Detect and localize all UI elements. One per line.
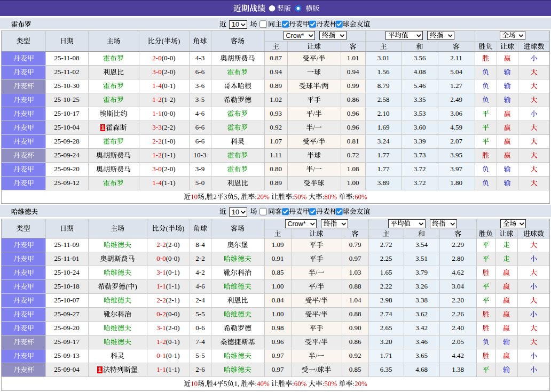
svg-text:0.97: 0.97	[272, 365, 284, 373]
svg-text:1.01: 1.01	[347, 54, 359, 62]
svg-text:3.01: 3.01	[377, 54, 390, 62]
svg-text:25-09-17: 25-09-17	[54, 338, 80, 346]
svg-text:3-0(2-0): 3-0(2-0)	[152, 165, 175, 173]
svg-text:4-6: 4-6	[195, 282, 205, 290]
svg-text:1-1(0-0): 1-1(0-0)	[152, 109, 175, 117]
svg-text:1.38: 1.38	[452, 365, 464, 373]
svg-text:2.29: 2.29	[452, 241, 464, 249]
svg-text:6.35: 6.35	[380, 365, 392, 373]
svg-text:2.49: 2.49	[450, 95, 462, 103]
svg-text:3.89: 3.89	[377, 179, 390, 187]
svg-text:0.92: 0.92	[349, 351, 361, 359]
svg-text:2.80: 2.80	[452, 254, 464, 262]
svg-text:3.26: 3.26	[415, 282, 428, 290]
svg-text:1.11: 1.11	[270, 151, 281, 159]
svg-text:25-10-30: 25-10-30	[54, 82, 80, 90]
svg-text:5-5: 5-5	[195, 310, 204, 318]
svg-text:1.09: 1.09	[272, 241, 284, 249]
svg-text:10-3: 10-3	[194, 151, 207, 159]
svg-text:1.80: 1.80	[450, 179, 462, 187]
svg-text:25-09-12: 25-09-12	[54, 179, 80, 187]
svg-text:25-10-18: 25-10-18	[54, 282, 80, 290]
svg-text:0-0(0-0): 0-0(0-0)	[156, 254, 179, 262]
svg-text:1-2(0-1): 1-2(0-1)	[156, 338, 179, 346]
svg-text:3.35: 3.35	[414, 95, 426, 103]
svg-text:3-3(2-2): 3-3(2-2)	[152, 123, 175, 131]
svg-text:1-4(1-1): 1-4(1-1)	[152, 179, 175, 187]
svg-text:3.39: 3.39	[414, 137, 426, 145]
svg-text:1.07: 1.07	[270, 137, 282, 145]
svg-text:4.59: 4.59	[450, 123, 462, 131]
svg-text:3-1(0-1): 3-1(0-1)	[156, 268, 179, 276]
svg-text:1-1(1-1): 1-1(1-1)	[156, 365, 179, 373]
svg-text:0.72: 0.72	[347, 151, 359, 159]
svg-text:3.54: 3.54	[415, 241, 428, 249]
svg-text:1.00: 1.00	[272, 310, 284, 318]
svg-text:Crow*: Crow*	[288, 220, 306, 228]
svg-text:25-09-04: 25-09-04	[54, 365, 80, 373]
svg-text:7-4: 7-4	[195, 338, 205, 346]
svg-text:0.86: 0.86	[347, 95, 359, 103]
svg-text:3-9: 3-9	[195, 165, 204, 173]
svg-text:25-09-28: 25-09-28	[54, 137, 80, 145]
svg-text:2-6: 2-6	[195, 365, 205, 373]
svg-text:3.72: 3.72	[414, 165, 426, 173]
svg-text:3.46: 3.46	[415, 338, 428, 346]
svg-text:0.85: 0.85	[272, 268, 284, 276]
svg-text:3.79: 3.79	[415, 268, 428, 276]
svg-text:0.96: 0.96	[347, 109, 359, 117]
svg-text:10: 10	[232, 21, 239, 28]
svg-text:0.96: 0.96	[272, 338, 284, 346]
svg-text:1.71: 1.71	[380, 351, 392, 359]
svg-text:4.42: 4.42	[452, 351, 464, 359]
svg-text:3-0(2-0): 3-0(2-0)	[152, 68, 175, 76]
svg-text:2-2(2-0): 2-2(2-0)	[156, 241, 179, 249]
svg-text:0.85: 0.85	[349, 365, 361, 373]
svg-text:2.05: 2.05	[452, 338, 464, 346]
svg-text:2.25: 2.25	[380, 254, 392, 262]
svg-text:3.38: 3.38	[415, 296, 428, 304]
svg-text:25-10-07: 25-10-07	[54, 296, 80, 304]
svg-text:1.27: 1.27	[450, 82, 462, 90]
svg-text:4-3: 4-3	[195, 54, 204, 62]
svg-text:0.79: 0.79	[349, 241, 361, 249]
svg-text:0.89: 0.89	[270, 179, 282, 187]
svg-text:0.98: 0.98	[272, 324, 284, 332]
svg-text:8-4: 8-4	[195, 241, 205, 249]
svg-text:8.79: 8.79	[377, 82, 390, 90]
svg-text:2-0(0-0): 2-0(0-0)	[152, 54, 175, 62]
svg-text:3.95: 3.95	[450, 151, 462, 159]
svg-text:3-6: 3-6	[195, 82, 205, 90]
svg-text:0.88: 0.88	[349, 310, 361, 318]
svg-text:3.20: 3.20	[380, 338, 392, 346]
svg-text:1.00: 1.00	[272, 282, 284, 290]
svg-text:2.20: 2.20	[452, 296, 464, 304]
svg-text:2.07: 2.07	[450, 137, 462, 145]
svg-text:2-2(1-0): 2-2(1-0)	[152, 137, 175, 145]
svg-text:3-5: 3-5	[195, 95, 204, 103]
svg-text:25-09-13: 25-09-13	[54, 351, 80, 359]
svg-text:5-0: 5-0	[195, 179, 204, 187]
svg-text:0.94: 0.94	[270, 68, 282, 76]
svg-text:1.69: 1.69	[377, 123, 390, 131]
svg-text:0.87: 0.87	[270, 54, 282, 62]
svg-text:3.72: 3.72	[414, 179, 426, 187]
svg-text:2.40: 2.40	[452, 324, 464, 332]
svg-text:2.26: 2.26	[452, 310, 464, 318]
svg-text:25-11-02: 25-11-02	[54, 68, 79, 76]
svg-text:0.99: 0.99	[347, 82, 359, 90]
svg-text:0.93: 0.93	[270, 109, 282, 117]
svg-text:25-09-24: 25-09-24	[54, 151, 80, 159]
svg-text:2.58: 2.58	[377, 95, 390, 103]
svg-text:25-10-24: 25-10-24	[54, 268, 80, 276]
svg-text:2.65: 2.65	[380, 324, 392, 332]
svg-text:3.42: 3.42	[415, 324, 428, 332]
svg-text:0.91: 0.91	[272, 254, 284, 262]
svg-text:2-2: 2-2	[195, 254, 204, 262]
svg-text:3.53: 3.53	[414, 109, 426, 117]
svg-text:25-10-17: 25-10-17	[54, 109, 80, 117]
svg-text:Crow*: Crow*	[286, 32, 304, 39]
svg-text:6-6: 6-6	[195, 68, 205, 76]
svg-text:3-1(2-0): 3-1(2-0)	[156, 324, 179, 332]
svg-text:1-1(1-1): 1-1(1-1)	[156, 282, 179, 290]
